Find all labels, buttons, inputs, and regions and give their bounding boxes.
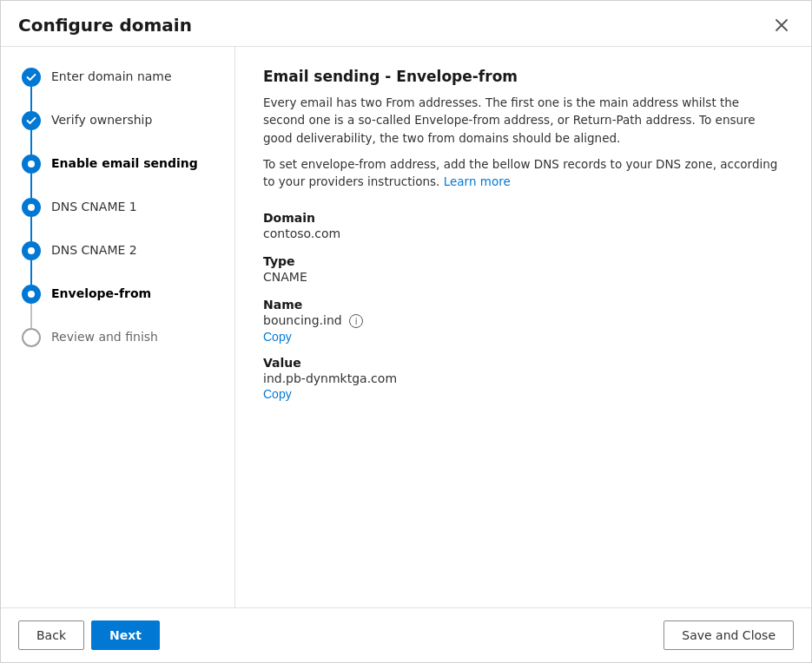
info-icon-name: i [349, 314, 363, 328]
step-label-review-finish: Review and finish [51, 328, 158, 368]
step-icon-dns-cname-2 [22, 241, 41, 260]
step-connector-1 [22, 68, 41, 111]
step-label-dns-cname-2: DNS CNAME 2 [51, 241, 137, 281]
step-icon-enter-domain [22, 68, 41, 87]
type-label: Type [263, 254, 783, 268]
step-line-1 [30, 87, 32, 111]
field-domain: Domain contoso.com [263, 211, 783, 242]
step-icon-dns-cname-1 [22, 198, 41, 217]
step-connector-6 [22, 285, 41, 328]
dialog-footer: Back Next Save and Close [1, 607, 811, 662]
step-item-verify-ownership: Verify ownership [22, 111, 234, 154]
step-line-5 [30, 260, 32, 285]
back-button[interactable]: Back [18, 620, 84, 650]
close-icon [775, 18, 789, 32]
step-icon-envelope-from [22, 285, 41, 304]
step-label-dns-cname-1: DNS CNAME 1 [51, 198, 137, 238]
description-2: To set envelope-from address, add the be… [263, 155, 783, 191]
footer-left-buttons: Back Next [18, 620, 160, 650]
step-connector-2 [22, 111, 41, 154]
name-value-text: bouncing.ind [263, 313, 342, 327]
active-dot-6 [28, 291, 35, 298]
copy-value-button[interactable]: Copy [263, 387, 292, 401]
dialog-header: Configure domain [1, 1, 811, 47]
description-2-text: To set envelope-from address, add the be… [263, 157, 777, 188]
save-close-button[interactable]: Save and Close [663, 620, 794, 650]
step-icon-verify-ownership [22, 111, 41, 130]
dialog-title: Configure domain [18, 15, 192, 36]
active-dot-5 [28, 247, 35, 254]
step-connector-3 [22, 154, 41, 198]
step-connector-7 [22, 328, 41, 347]
step-icon-review-finish [22, 328, 41, 347]
domain-value: contoso.com [263, 226, 783, 240]
step-item-enable-email: Enable email sending [22, 154, 234, 198]
domain-label: Domain [263, 211, 783, 225]
step-icon-enable-email [22, 154, 41, 174]
next-button[interactable]: Next [91, 620, 160, 650]
active-dot-4 [28, 204, 35, 211]
step-item-review-finish: Review and finish [22, 328, 234, 368]
sidebar: Enter domain name Verify ownership [1, 47, 235, 607]
type-value: CNAME [263, 270, 783, 284]
step-line-2 [30, 130, 32, 154]
description-1: Every email has two From addresses. The … [263, 94, 783, 147]
value-value-text: ind.pb-dynmktga.com [263, 371, 783, 385]
step-label-enter-domain: Enter domain name [51, 68, 172, 108]
step-line-6 [30, 304, 32, 328]
name-value: bouncing.ind i [263, 313, 783, 328]
name-label: Name [263, 298, 783, 312]
step-label-verify-ownership: Verify ownership [51, 111, 152, 151]
step-label-envelope-from: Envelope-from [51, 285, 151, 325]
checkmark-icon [26, 72, 36, 82]
step-item-dns-cname-1: DNS CNAME 1 [22, 198, 234, 241]
close-button[interactable] [769, 15, 794, 36]
step-connector-5 [22, 241, 41, 285]
step-item-envelope-from: Envelope-from [22, 285, 234, 328]
section-title: Email sending - Envelope-from [263, 68, 783, 85]
step-item-dns-cname-2: DNS CNAME 2 [22, 241, 234, 285]
dialog-body: Enter domain name Verify ownership [1, 47, 811, 607]
learn-more-link[interactable]: Learn more [444, 174, 511, 188]
step-connector-4 [22, 198, 41, 241]
field-value: Value ind.pb-dynmktga.com Copy [263, 356, 783, 401]
step-line-3 [30, 174, 32, 198]
checkmark-icon-2 [26, 115, 36, 126]
configure-domain-dialog: Configure domain [0, 0, 812, 663]
value-label: Value [263, 356, 783, 370]
main-content: Email sending - Envelope-from Every emai… [235, 47, 811, 607]
field-type: Type CNAME [263, 254, 783, 286]
field-name: Name bouncing.ind i Copy [263, 298, 783, 344]
step-list: Enter domain name Verify ownership [22, 68, 234, 368]
copy-name-button[interactable]: Copy [263, 330, 292, 344]
active-dot [28, 161, 35, 167]
step-line-4 [30, 217, 32, 241]
step-label-enable-email: Enable email sending [51, 154, 198, 194]
step-item-enter-domain: Enter domain name [22, 68, 234, 111]
